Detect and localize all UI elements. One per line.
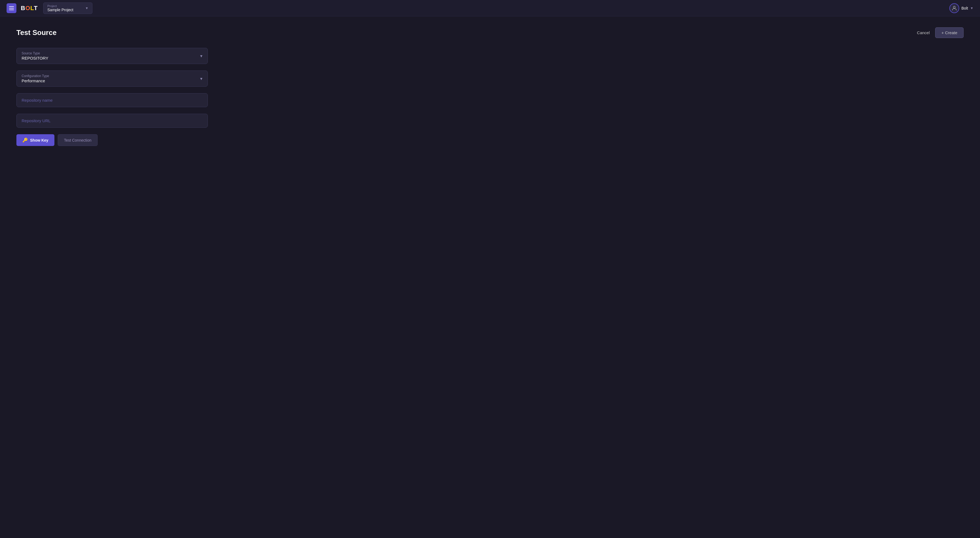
- main-content: Test Source Cancel + Create Source Type …: [0, 16, 980, 157]
- project-label: Project: [47, 4, 83, 8]
- project-selector[interactable]: Project Sample Project ▼: [43, 2, 92, 14]
- menu-button[interactable]: [6, 3, 16, 13]
- source-type-label: Source Type: [22, 51, 203, 55]
- source-type-value: REPOSITORY: [22, 56, 203, 60]
- key-icon: 🔑: [22, 137, 28, 143]
- project-chevron-icon: ▼: [85, 6, 88, 10]
- action-buttons: 🔑 Show Key Test Connection: [16, 134, 208, 146]
- nav-right: Bolt ▼: [950, 3, 974, 13]
- hamburger-icon: [9, 6, 14, 10]
- page-title: Test Source: [16, 29, 57, 37]
- configuration-type-label: Configuration Type: [22, 74, 203, 78]
- repository-url-input[interactable]: [16, 114, 208, 128]
- repository-name-input[interactable]: [16, 93, 208, 107]
- configuration-type-chevron-icon: ▼: [199, 76, 203, 81]
- source-type-chevron-icon: ▼: [199, 54, 203, 58]
- create-button[interactable]: + Create: [935, 27, 964, 38]
- source-type-group: Source Type REPOSITORY ▼: [16, 48, 208, 64]
- configuration-type-group: Configuration Type Performance ▼: [16, 70, 208, 87]
- user-chevron-icon: ▼: [970, 6, 974, 10]
- show-key-button[interactable]: 🔑 Show Key: [16, 134, 54, 146]
- repository-url-group: [16, 114, 208, 128]
- page-header: Test Source Cancel + Create: [16, 27, 964, 38]
- user-name: Bolt: [961, 6, 968, 10]
- show-key-label: Show Key: [30, 138, 48, 142]
- form-section: Source Type REPOSITORY ▼ Configuration T…: [16, 48, 208, 146]
- repository-name-group: [16, 93, 208, 107]
- logo: BOLT: [21, 5, 38, 12]
- configuration-type-value: Performance: [22, 78, 203, 83]
- source-type-select[interactable]: Source Type REPOSITORY ▼: [16, 48, 208, 64]
- header-actions: Cancel + Create: [917, 27, 964, 38]
- project-name: Sample Project: [47, 8, 83, 12]
- configuration-type-select[interactable]: Configuration Type Performance ▼: [16, 70, 208, 87]
- svg-point-0: [953, 6, 955, 8]
- avatar: [950, 3, 959, 13]
- test-connection-button[interactable]: Test Connection: [58, 134, 98, 146]
- cancel-button[interactable]: Cancel: [917, 30, 930, 35]
- navbar: BOLT Project Sample Project ▼ Bolt ▼: [0, 0, 980, 16]
- user-area[interactable]: Bolt ▼: [950, 3, 974, 13]
